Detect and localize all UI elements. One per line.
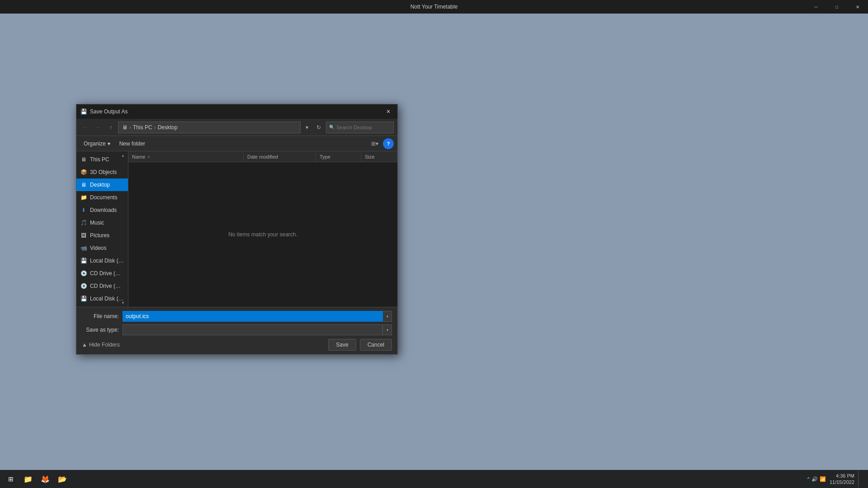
dialog-backdrop: 💾 Save Output As ✕ 🖥 › bbox=[0, 0, 868, 488]
start-button[interactable]: ⊞ bbox=[3, 471, 19, 487]
local-disk-f-icon: 💾 bbox=[80, 295, 87, 302]
dialog-titlebar: 💾 Save Output As ✕ bbox=[76, 104, 397, 119]
file-list-body: No items match your search. bbox=[128, 162, 397, 307]
sidebar-label-downloads: Downloads bbox=[90, 207, 117, 213]
dialog-icon: 💾 bbox=[80, 108, 87, 115]
hide-folders-button[interactable]: ▲ Hide Folders bbox=[82, 342, 120, 348]
file-list-header: Name ▲ Date modified Type Size bbox=[128, 151, 397, 162]
dialog-title: Save Output As bbox=[90, 108, 127, 115]
taskbar-tray: ^ 🔊 📶 bbox=[807, 476, 826, 482]
tray-network-icon: 🔊 bbox=[811, 476, 818, 482]
breadcrumb-desktop[interactable]: Desktop bbox=[158, 124, 178, 131]
taskbar-file-explorer-button[interactable]: 📁 bbox=[20, 471, 36, 487]
dialog-title-left: 💾 Save Output As bbox=[80, 108, 127, 115]
breadcrumb-dropdown-button[interactable] bbox=[302, 122, 311, 133]
breadcrumb-root-icon: 🖥 bbox=[122, 124, 127, 131]
save-button[interactable]: Save bbox=[328, 339, 356, 351]
taskbar-clock[interactable]: 4:36 PM 11/15/2022 bbox=[830, 473, 854, 486]
pictures-icon: 🖼 bbox=[80, 232, 87, 239]
save-type-dropdown-button[interactable] bbox=[383, 324, 392, 335]
sidebar-label-music: Music bbox=[90, 220, 104, 226]
taskbar-browser-button[interactable]: 🦊 bbox=[37, 471, 53, 487]
refresh-button[interactable]: ↻ bbox=[313, 122, 324, 133]
dialog-actions: ▲ Hide Folders Save Cancel bbox=[82, 339, 392, 351]
sidebar-item-local-disk-c[interactable]: 💾 Local Disk (C:) bbox=[76, 254, 128, 267]
nav-back-button[interactable] bbox=[80, 122, 91, 133]
empty-message: No items match your search. bbox=[228, 231, 297, 238]
new-folder-button[interactable]: New folder bbox=[116, 138, 149, 149]
organize-button[interactable]: Organize bbox=[80, 138, 114, 149]
column-size-label: Size bbox=[365, 154, 374, 160]
search-box: 🔍 bbox=[326, 122, 394, 133]
save-dialog: 💾 Save Output As ✕ 🖥 › bbox=[76, 104, 398, 355]
dialog-close-button[interactable]: ✕ bbox=[383, 107, 394, 116]
filename-dropdown-button[interactable] bbox=[383, 311, 392, 322]
videos-icon: 📹 bbox=[80, 244, 87, 252]
breadcrumb-bar[interactable]: 🖥 › This PC › Desktop bbox=[118, 122, 301, 133]
sidebar-item-cd-drive-d[interactable]: 💿 CD Drive (D:) CC bbox=[76, 267, 128, 280]
sidebar-item-documents[interactable]: 📁 Documents bbox=[76, 191, 128, 204]
new-folder-label: New folder bbox=[119, 141, 145, 147]
clock-time: 4:36 PM bbox=[836, 473, 854, 479]
column-header-name[interactable]: Name ▲ bbox=[128, 151, 244, 162]
files-icon: 📂 bbox=[58, 475, 67, 483]
start-icon: ⊞ bbox=[8, 475, 14, 483]
cancel-button[interactable]: Cancel bbox=[360, 339, 392, 351]
sidebar-item-videos[interactable]: 📹 Videos bbox=[76, 242, 128, 254]
dialog-content: ▲ 🖥 This PC 📦 3D Objects 🖥 Desktop bbox=[76, 151, 397, 307]
tray-volume-icon: 📶 bbox=[820, 476, 826, 482]
sidebar-item-music[interactable]: 🎵 Music bbox=[76, 216, 128, 229]
sidebar-item-cd-drive-e[interactable]: 💿 CD Drive (E:) virt bbox=[76, 280, 128, 292]
taskbar-files-button[interactable]: 📂 bbox=[54, 471, 71, 487]
sidebar-label-local-disk-f: Local Disk (F:) bbox=[90, 296, 124, 302]
music-icon: 🎵 bbox=[80, 219, 87, 226]
dialog-toolbar: Organize New folder ⊞ ? bbox=[76, 136, 397, 151]
action-buttons: Save Cancel bbox=[328, 339, 392, 351]
taskbar-right: ^ 🔊 📶 4:36 PM 11/15/2022 bbox=[807, 471, 865, 487]
3d-objects-icon: 📦 bbox=[80, 169, 87, 176]
sidebar-label-documents: Documents bbox=[90, 194, 118, 201]
cd-drive-d-icon: 💿 bbox=[80, 270, 87, 277]
sidebar-label-this-pc: This PC bbox=[90, 156, 109, 163]
column-name-label: Name bbox=[132, 154, 145, 160]
filename-label: File name: bbox=[82, 313, 123, 319]
breadcrumb-this-pc[interactable]: This PC bbox=[133, 124, 152, 131]
desktop-icon: 🖥 bbox=[80, 181, 87, 188]
search-input[interactable] bbox=[336, 125, 391, 130]
view-dropdown-icon bbox=[376, 141, 378, 147]
sidebar-scroll-up[interactable]: ▲ bbox=[120, 152, 126, 159]
sidebar-label-videos: Videos bbox=[90, 245, 106, 251]
help-button[interactable]: ? bbox=[383, 138, 394, 149]
filename-input[interactable] bbox=[123, 311, 383, 322]
sidebar-item-pictures[interactable]: 🖼 Pictures bbox=[76, 229, 128, 242]
sidebar: ▲ 🖥 This PC 📦 3D Objects 🖥 Desktop bbox=[76, 151, 128, 307]
nav-up-button[interactable] bbox=[105, 122, 116, 133]
filename-dropdown-icon bbox=[387, 314, 388, 319]
local-disk-c-icon: 💾 bbox=[80, 257, 87, 264]
sidebar-item-3d-objects[interactable]: 📦 3D Objects bbox=[76, 166, 128, 178]
filename-row: File name: bbox=[82, 311, 392, 322]
sidebar-item-desktop[interactable]: 🖥 Desktop bbox=[76, 178, 128, 191]
up-icon bbox=[109, 124, 112, 131]
sidebar-label-desktop: Desktop bbox=[90, 182, 110, 188]
dialog-bottom: File name: Save as type: bbox=[76, 307, 397, 354]
filename-input-wrap bbox=[123, 311, 392, 322]
column-header-date[interactable]: Date modified bbox=[244, 151, 316, 162]
hide-folders-label: Hide Folders bbox=[89, 342, 120, 348]
save-type-input[interactable] bbox=[123, 324, 383, 335]
organize-chevron-icon bbox=[108, 141, 110, 147]
this-pc-icon: 🖥 bbox=[80, 156, 87, 163]
show-desktop-button[interactable] bbox=[858, 471, 862, 487]
column-header-size[interactable]: Size bbox=[361, 151, 397, 162]
browser-icon: 🦊 bbox=[41, 475, 50, 483]
column-header-type[interactable]: Type bbox=[316, 151, 361, 162]
file-list: Name ▲ Date modified Type Size bbox=[128, 151, 397, 307]
sidebar-item-downloads[interactable]: ⬇ Downloads bbox=[76, 204, 128, 216]
nav-forward-button[interactable] bbox=[93, 122, 104, 133]
breadcrumb-dropdown-icon bbox=[306, 124, 308, 131]
view-button[interactable]: ⊞ bbox=[368, 138, 381, 149]
sidebar-label-local-disk-c: Local Disk (C:) bbox=[90, 258, 124, 264]
tray-chevron-icon[interactable]: ^ bbox=[807, 476, 810, 482]
sidebar-scroll-down[interactable]: ▼ bbox=[120, 300, 126, 306]
view-icon: ⊞ bbox=[371, 141, 376, 147]
